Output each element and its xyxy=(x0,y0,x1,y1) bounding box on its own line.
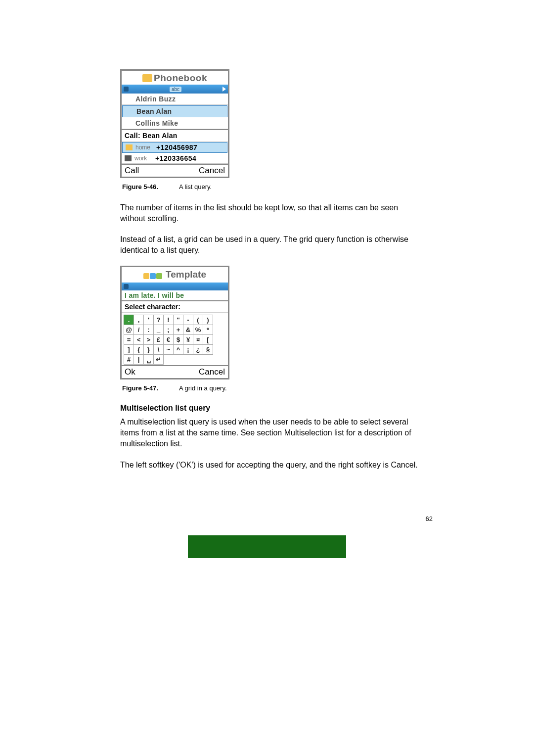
paragraph: A multiselection list query is used when… xyxy=(120,417,418,449)
grid-cell[interactable]: | xyxy=(134,354,144,365)
right-softkey[interactable]: Cancel xyxy=(199,166,225,176)
figure-label: Figure 5-46. xyxy=(122,183,158,190)
list-item[interactable]: Bean Alan xyxy=(122,105,227,117)
grid-cell[interactable]: £ xyxy=(153,334,164,345)
phone-number: +120336654 xyxy=(155,154,196,162)
template-title: Template xyxy=(166,269,206,280)
grid-cell[interactable]: ( xyxy=(193,315,203,325)
figure-text: A grid in a query. xyxy=(179,384,227,392)
grid-cell[interactable]: # xyxy=(124,354,134,365)
left-softkey[interactable]: Ok xyxy=(125,367,135,377)
grid-cell[interactable]: + xyxy=(173,325,183,335)
figure-text: A list query. xyxy=(179,183,212,190)
grid-cell[interactable]: ¤ xyxy=(193,334,203,345)
grid-cell[interactable]: / xyxy=(134,325,144,335)
contacts-list: Aldrin Buzz Bean Alan Collins Mike xyxy=(122,94,228,129)
softkey-bar: Ok Cancel xyxy=(122,365,228,378)
grid-cell[interactable]: , xyxy=(134,315,144,325)
number-type-label: home xyxy=(135,144,153,151)
grid-cell[interactable]: ^ xyxy=(173,344,183,355)
home-icon xyxy=(126,144,133,150)
query-header: Call: Bean Alan xyxy=(122,129,228,142)
figure-label: Figure 5-47. xyxy=(122,384,158,392)
phonebook-title-row: Phonebook xyxy=(122,71,228,85)
grid-cell[interactable]: ~ xyxy=(163,344,174,355)
grid-row: =<>£€$¥¤[ xyxy=(124,334,226,344)
paragraph: The left softkey ('OK') is used for acce… xyxy=(120,460,418,471)
grid-cell[interactable]: ¡ xyxy=(183,344,193,355)
list-item[interactable]: Collins Mike xyxy=(122,118,228,129)
grid-row: @/:_;+&%* xyxy=(124,325,226,334)
grid-cell[interactable]: * xyxy=(203,325,213,335)
softkey-bar: Call Cancel xyxy=(122,164,228,177)
grid-cell[interactable]: - xyxy=(183,315,193,325)
grid-cell[interactable]: ␣ xyxy=(143,354,154,365)
character-grid: .,'?!"-()@/:_;+&%*=<>£€$¥¤[]{}\~^¡¿§#|␣↵ xyxy=(122,313,228,365)
input-mode-indicator: abc xyxy=(170,87,181,92)
template-title-row: Template xyxy=(122,267,228,283)
phonebook-navbar: abc xyxy=(122,85,228,94)
page-number: 62 xyxy=(120,515,435,522)
grid-cell[interactable]: ; xyxy=(163,325,174,335)
grid-cell[interactable]: . xyxy=(124,315,134,325)
grid-cell[interactable]: { xyxy=(134,344,144,355)
phone-number: +120456987 xyxy=(156,143,197,151)
section-heading: Multiselection list query xyxy=(120,404,435,413)
signal-icon xyxy=(124,284,129,289)
grid-row: .,'?!"-() xyxy=(124,315,226,325)
grid-cell[interactable]: < xyxy=(134,334,144,345)
grid-cell[interactable]: ' xyxy=(143,315,154,325)
grid-cell[interactable]: } xyxy=(143,344,154,355)
grid-cell[interactable]: = xyxy=(124,334,134,345)
grid-cell[interactable]: \ xyxy=(153,344,164,355)
phonebook-icon xyxy=(142,74,152,82)
grid-row: ]{}\~^¡¿§ xyxy=(124,344,226,354)
template-navbar xyxy=(122,283,228,290)
grid-cell[interactable]: @ xyxy=(124,325,134,335)
grid-cell[interactable]: ? xyxy=(153,315,164,325)
grid-cell[interactable]: _ xyxy=(153,325,164,335)
signal-icon xyxy=(124,87,129,92)
paragraph: The number of items in the list should b… xyxy=(120,202,418,224)
figure-caption: Figure 5-46.A list query. xyxy=(122,183,435,190)
grid-cell[interactable]: " xyxy=(173,315,183,325)
list-item[interactable]: Aldrin Buzz xyxy=(122,94,228,105)
grid-cell[interactable]: ↵ xyxy=(153,354,164,365)
editor-text: I am late. I will be xyxy=(122,290,228,300)
number-type-label: work xyxy=(134,155,152,162)
grid-cell[interactable]: $ xyxy=(173,334,183,345)
grid-cell[interactable]: ) xyxy=(203,315,213,325)
grid-cell[interactable]: ¿ xyxy=(193,344,203,355)
right-softkey[interactable]: Cancel xyxy=(199,367,225,377)
grid-cell[interactable]: : xyxy=(143,325,154,335)
grid-cell[interactable]: ] xyxy=(124,344,134,355)
grid-cell[interactable]: % xyxy=(193,325,203,335)
nav-right-arrow-icon xyxy=(222,87,226,92)
template-screenshot: Template I am late. I will be Select cha… xyxy=(120,266,229,379)
grid-cell[interactable]: § xyxy=(203,344,213,355)
paragraph: Instead of a list, a grid can be used in… xyxy=(120,234,418,256)
grid-cell[interactable]: > xyxy=(143,334,154,345)
number-row[interactable]: work +120336654 xyxy=(122,153,228,164)
template-icon xyxy=(143,271,163,282)
grid-cell[interactable]: ! xyxy=(163,315,174,325)
phonebook-screenshot: Phonebook abc Aldrin Buzz Bean Alan Coll… xyxy=(120,69,229,178)
left-softkey[interactable]: Call xyxy=(125,166,139,176)
phonebook-title: Phonebook xyxy=(154,73,207,83)
grid-cell[interactable]: ¥ xyxy=(183,334,193,345)
grid-cell[interactable]: [ xyxy=(203,334,213,345)
figure-caption: Figure 5-47.A grid in a query. xyxy=(122,384,435,392)
query-header: Select character: xyxy=(122,300,228,313)
grid-cell[interactable]: € xyxy=(163,334,174,345)
footer-bar xyxy=(188,535,346,558)
work-icon xyxy=(125,155,132,161)
number-row[interactable]: home +120456987 xyxy=(122,142,227,153)
grid-cell[interactable]: & xyxy=(183,325,193,335)
grid-row: #|␣↵ xyxy=(124,354,226,364)
